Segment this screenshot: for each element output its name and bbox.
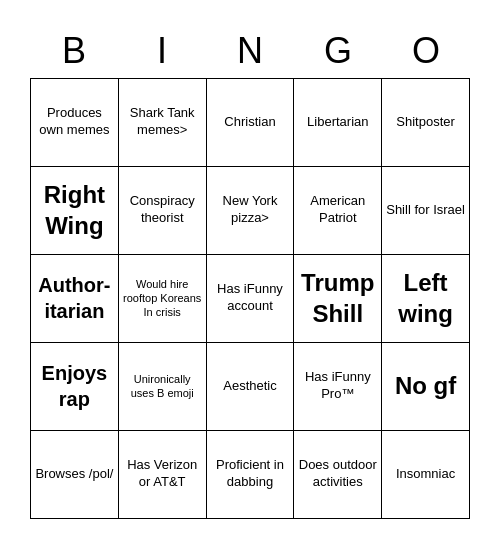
bingo-cell: Browses /pol/ [31, 431, 119, 519]
bingo-cell: New York pizza> [207, 167, 295, 255]
bingo-cell: American Patriot [294, 167, 382, 255]
bingo-header: BINGO [30, 26, 470, 76]
bingo-cell: Christian [207, 79, 295, 167]
bingo-cell: Left wing [382, 255, 470, 343]
bingo-cell: Shill for Israel [382, 167, 470, 255]
bingo-cell: Unironically uses B emoji [119, 343, 207, 431]
bingo-cell: No gf [382, 343, 470, 431]
bingo-cell: Libertarian [294, 79, 382, 167]
bingo-letter: O [382, 26, 470, 76]
bingo-card: BINGO Produces own memesShark Tank memes… [20, 16, 480, 529]
bingo-cell: Has Verizon or AT&T [119, 431, 207, 519]
bingo-cell: Enjoys rap [31, 343, 119, 431]
bingo-cell: Insomniac [382, 431, 470, 519]
bingo-cell: Does outdoor activities [294, 431, 382, 519]
bingo-cell: Shitposter [382, 79, 470, 167]
bingo-cell: Aesthetic [207, 343, 295, 431]
bingo-cell: Has iFunny account [207, 255, 295, 343]
bingo-cell: Would hire rooftop Koreans In crisis [119, 255, 207, 343]
bingo-cell: Has iFunny Pro™ [294, 343, 382, 431]
bingo-letter: I [118, 26, 206, 76]
bingo-cell: Conspiracy theorist [119, 167, 207, 255]
bingo-cell: Proficient in dabbing [207, 431, 295, 519]
bingo-letter: B [30, 26, 118, 76]
bingo-letter: G [294, 26, 382, 76]
bingo-cell: Author-itarian [31, 255, 119, 343]
bingo-cell: Trump Shill [294, 255, 382, 343]
bingo-cell: Shark Tank memes> [119, 79, 207, 167]
bingo-cell: Produces own memes [31, 79, 119, 167]
bingo-letter: N [206, 26, 294, 76]
bingo-cell: Right Wing [31, 167, 119, 255]
bingo-grid: Produces own memesShark Tank memes>Chris… [30, 78, 470, 519]
